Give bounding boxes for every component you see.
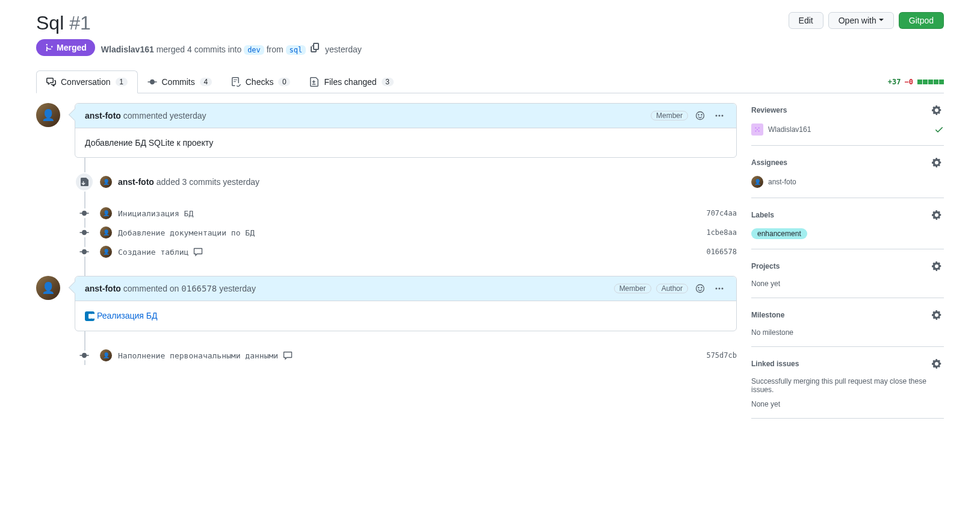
- git-merge-icon: [45, 43, 54, 52]
- check-icon: [934, 125, 944, 134]
- gitpod-button[interactable]: Gitpod: [899, 12, 944, 29]
- kebab-icon[interactable]: [712, 108, 727, 123]
- projects-heading: Projects: [751, 262, 780, 270]
- comment-icon[interactable]: [193, 247, 203, 257]
- commit-message[interactable]: Инициализация БД: [118, 209, 700, 218]
- git-commit-icon: [79, 247, 89, 257]
- comment-time[interactable]: yesterday: [170, 111, 206, 120]
- labels-heading: Labels: [751, 211, 774, 219]
- linked-issues-none: None yet: [751, 400, 944, 408]
- checklist-icon: [231, 77, 241, 87]
- merge-actor[interactable]: Wladislav161: [101, 45, 154, 54]
- gear-icon[interactable]: [929, 259, 944, 273]
- commit-sha[interactable]: 0166578: [181, 284, 217, 293]
- commit-message[interactable]: Наполнение первоначальными данными: [118, 351, 700, 360]
- linked-issues-desc: Successfully merging this pull request m…: [751, 377, 944, 394]
- base-branch[interactable]: dev: [244, 45, 264, 55]
- copy-icon[interactable]: [308, 40, 323, 55]
- tab-conversation[interactable]: Conversation 1: [36, 70, 138, 93]
- trello-link[interactable]: Реализация БД: [97, 311, 157, 320]
- commit-message[interactable]: Добавление документации по БД: [118, 228, 700, 237]
- assignee-name[interactable]: anst-foto: [768, 178, 796, 186]
- avatar[interactable]: [751, 123, 763, 136]
- svg-point-9: [716, 288, 718, 290]
- sidebar: Reviewers Wladislav161 Assignees 👤 anst-…: [751, 103, 944, 419]
- file-diff-icon: [309, 77, 319, 87]
- tab-checks[interactable]: Checks 0: [222, 71, 300, 93]
- commit-row: 👤 Создание таблиц 0166578: [75, 242, 737, 261]
- files-count: 3: [382, 78, 394, 86]
- pr-title: Sql #1: [36, 12, 91, 34]
- git-commit-icon: [79, 208, 89, 218]
- commit-row: 👤 Добавление документации по БД 1cbe8aa: [75, 223, 737, 242]
- commit-sha[interactable]: 575d7cb: [706, 351, 737, 360]
- avatar[interactable]: 👤: [751, 176, 763, 188]
- head-branch[interactable]: sql: [286, 45, 306, 55]
- merge-time: yesterday: [325, 45, 362, 54]
- svg-point-7: [698, 287, 699, 288]
- comment-body: Добавление БД SQLite к проекту: [75, 128, 736, 157]
- checks-count: 0: [278, 78, 290, 86]
- emoji-icon[interactable]: [693, 108, 707, 123]
- avatar[interactable]: 👤: [100, 246, 112, 258]
- gear-icon[interactable]: [929, 208, 944, 222]
- state-badge: Merged: [36, 39, 95, 56]
- repo-push-icon: [75, 172, 94, 192]
- open-with-button[interactable]: Open with: [828, 12, 894, 29]
- comment-author[interactable]: anst-foto: [85, 111, 121, 120]
- comment-time[interactable]: yesterday: [219, 284, 256, 293]
- milestone-heading: Milestone: [751, 311, 784, 319]
- author-badge: Author: [656, 284, 688, 293]
- tab-files-changed[interactable]: Files changed 3: [300, 71, 403, 93]
- reviewer-name[interactable]: Wladislav161: [768, 125, 811, 134]
- svg-point-11: [722, 288, 724, 290]
- avatar[interactable]: 👤: [100, 176, 112, 188]
- git-commit-icon: [79, 228, 89, 237]
- comment-discussion-icon: [46, 77, 56, 87]
- gear-icon[interactable]: [929, 103, 944, 117]
- avatar[interactable]: 👤: [36, 276, 60, 300]
- svg-point-10: [719, 288, 721, 290]
- pr-number: #1: [69, 12, 91, 34]
- diff-stats: +37 −0: [888, 78, 944, 86]
- git-commit-icon: [147, 77, 157, 87]
- commit-message[interactable]: Создание таблиц: [118, 247, 700, 257]
- gear-icon[interactable]: [929, 357, 944, 371]
- label-pill[interactable]: enhancement: [751, 228, 807, 239]
- linked-issues-heading: Linked issues: [751, 360, 799, 368]
- member-badge: Member: [651, 111, 688, 120]
- edit-button[interactable]: Edit: [789, 12, 823, 29]
- reviewers-heading: Reviewers: [751, 106, 787, 114]
- assignees-heading: Assignees: [751, 158, 787, 167]
- comment-box: anst-foto commented yesterday Member Доб…: [75, 103, 737, 158]
- trello-icon: [85, 311, 95, 321]
- avatar[interactable]: 👤: [100, 207, 112, 219]
- commit-sha[interactable]: 1cbe8aa: [706, 228, 737, 237]
- avatar[interactable]: 👤: [100, 349, 112, 361]
- header-actions: Edit Open with Gitpod: [789, 12, 944, 29]
- commits-count: 4: [200, 78, 212, 86]
- comment-author[interactable]: anst-foto: [85, 284, 121, 293]
- svg-point-2: [701, 114, 702, 115]
- svg-point-3: [716, 115, 718, 117]
- tab-commits[interactable]: Commits 4: [138, 71, 222, 93]
- commit-sha[interactable]: 0166578: [706, 248, 737, 256]
- svg-point-1: [698, 114, 699, 115]
- avatar[interactable]: 👤: [36, 103, 60, 127]
- milestone-none: No milestone: [751, 328, 944, 337]
- comment-body: Реализация БД: [75, 301, 736, 331]
- member-badge: Member: [614, 284, 651, 293]
- kebab-icon[interactable]: [712, 281, 727, 296]
- svg-point-0: [696, 112, 704, 120]
- gear-icon[interactable]: [929, 155, 944, 170]
- gear-icon[interactable]: [929, 308, 944, 322]
- commit-sha[interactable]: 707c4aa: [706, 209, 737, 217]
- event-author[interactable]: anst-foto: [118, 177, 154, 187]
- comment-icon[interactable]: [283, 351, 293, 360]
- svg-point-4: [719, 115, 721, 117]
- avatar[interactable]: 👤: [100, 226, 112, 239]
- pr-tabs: Conversation 1 Commits 4 Checks 0 Files …: [36, 70, 944, 93]
- commit-row: 👤 Наполнение первоначальными данными 575…: [75, 346, 737, 365]
- commit-row: 👤 Инициализация БД 707c4aa: [75, 204, 737, 223]
- emoji-icon[interactable]: [693, 281, 707, 296]
